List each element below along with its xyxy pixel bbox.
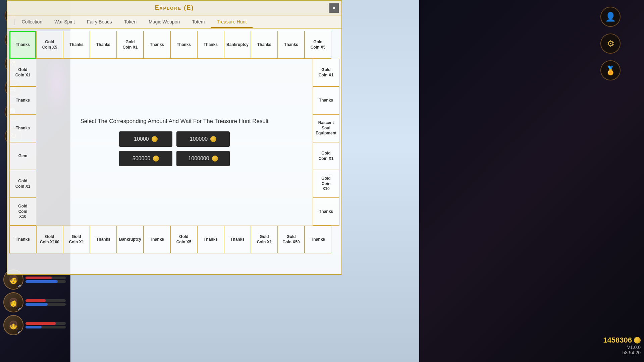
- hp-bar-1: [25, 277, 66, 279]
- tab-token[interactable]: Token: [118, 16, 143, 28]
- amount-btn-10000[interactable]: 10000: [119, 131, 172, 147]
- grid-cell-bot-11[interactable]: Thanks: [305, 226, 331, 253]
- hp-bar-3: [25, 322, 66, 325]
- grid-cell-top-6[interactable]: Thanks: [170, 31, 197, 59]
- grid-cell-bot-2[interactable]: GoldCoin X1: [63, 226, 90, 253]
- char-avatar-2: 👩 43: [3, 292, 23, 312]
- character-2[interactable]: 👩 43: [3, 292, 66, 312]
- grid-cell-top-10[interactable]: Thanks: [278, 31, 305, 59]
- grid-cell-bot-8[interactable]: Thanks: [224, 226, 251, 253]
- hp-fill-2: [25, 299, 46, 302]
- amount-label-10000: 10000: [134, 136, 149, 142]
- grid-cell-left-2[interactable]: Thanks: [9, 114, 36, 142]
- center-message: Select The Corresponding Amount And Wait…: [80, 118, 269, 125]
- char-level-1: 42: [17, 285, 23, 289]
- coin-icon-3: [153, 156, 159, 162]
- right-sidebar: 👤 ⚙ 🏅: [577, 0, 644, 362]
- amount-btn-1000000[interactable]: 1000000: [176, 151, 230, 166]
- modal-title: Explore (E): [155, 4, 194, 11]
- achievement-icon[interactable]: 🏅: [600, 60, 621, 80]
- grid-cell-left-0[interactable]: GoldCoin X1: [9, 59, 36, 86]
- center-area: Select The Corresponding Amount And Wait…: [36, 59, 313, 226]
- tab-magic-weapon[interactable]: Magic Weapon: [143, 16, 186, 28]
- gold-display: 1458306: [603, 336, 641, 345]
- hp-fill-3: [25, 322, 56, 325]
- version-text: V1.0.0: [603, 345, 641, 350]
- amount-btn-500000[interactable]: 500000: [119, 151, 172, 166]
- gear-icon[interactable]: ⚙: [600, 34, 621, 54]
- char-bars-1: [25, 277, 66, 283]
- grid-cell-left-5[interactable]: GoldCoinX10: [9, 198, 36, 226]
- grid-cell-bot-5[interactable]: Thanks: [144, 226, 170, 253]
- grid-cell-bot-10[interactable]: GoldCoin X50: [278, 226, 305, 253]
- char-bars-2: [25, 299, 66, 306]
- mp-fill-3: [25, 326, 42, 328]
- time-text: 58:54:20: [603, 350, 641, 355]
- hp-bar-2: [25, 299, 66, 302]
- amount-label-1000000: 1000000: [188, 156, 209, 162]
- grid-cell-right-2[interactable]: NascentSoulEquipment: [313, 114, 339, 142]
- grid-cell-bot-3[interactable]: Thanks: [90, 226, 117, 253]
- grid-cell-left-1[interactable]: Thanks: [9, 86, 36, 114]
- gold-coin-icon: [634, 337, 641, 344]
- grid-cell-bot-6[interactable]: GoldCoin X5: [170, 226, 197, 253]
- grid-cell-top-3[interactable]: Thanks: [90, 31, 117, 59]
- grid-cell-top-2[interactable]: Thanks: [63, 31, 90, 59]
- char-level-2: 43: [17, 307, 23, 312]
- grid-cell-top-7[interactable]: Thanks: [197, 31, 224, 59]
- mp-fill-1: [25, 280, 58, 283]
- char-avatar-3: 👧 42: [3, 315, 23, 335]
- mp-bar-3: [25, 326, 66, 328]
- hp-fill-1: [25, 277, 52, 279]
- mp-bar-1: [25, 280, 66, 283]
- gold-value: 1458306: [603, 336, 632, 345]
- close-button[interactable]: ✕: [329, 3, 339, 13]
- grid-cell-left-3[interactable]: Gem: [9, 142, 36, 170]
- tab-fairy-beads[interactable]: Fairy Beads: [81, 16, 118, 28]
- mp-fill-2: [25, 303, 48, 306]
- tab-totem[interactable]: Totem: [186, 16, 211, 28]
- grid-cell-left-4[interactable]: GoldCoin X1: [9, 170, 36, 198]
- amount-buttons-grid: 10000 100000 500000 1000000: [119, 131, 230, 166]
- character-list: 🧑 42 👩 43 👧 42: [3, 269, 66, 335]
- modal-tabs: | Collection War Spirit Fairy Beads Toke…: [7, 15, 341, 29]
- grid-cell-top-0[interactable]: Thanks: [9, 31, 36, 59]
- middle-section: GoldCoin X1 Thanks Thanks Gem GoldCoin X…: [9, 59, 339, 226]
- grid-cell-right-0[interactable]: GoldCoin X1: [313, 59, 339, 86]
- grid-cell-bot-0[interactable]: Thanks: [9, 226, 36, 253]
- profile-icon[interactable]: 👤: [600, 7, 621, 27]
- right-column: GoldCoin X1 Thanks NascentSoulEquipment …: [313, 59, 339, 226]
- modal-body: Thanks GoldCoin X5 Thanks Thanks GoldCoi…: [7, 29, 341, 253]
- grid-cell-top-4[interactable]: GoldCoin X1: [117, 31, 144, 59]
- grid-cell-right-5[interactable]: Thanks: [313, 198, 339, 226]
- grid-cell-right-4[interactable]: GoldCoinX10: [313, 170, 339, 198]
- grid-cell-top-11[interactable]: GoldCoin X5: [305, 31, 331, 59]
- amount-btn-100000[interactable]: 100000: [176, 131, 230, 147]
- grid-cell-right-3[interactable]: GoldCoin X1: [313, 142, 339, 170]
- coin-icon-1: [152, 136, 158, 142]
- grid-cell-top-1[interactable]: GoldCoin X5: [36, 31, 63, 59]
- tab-treasure-hunt[interactable]: Treasure Hunt: [211, 16, 253, 28]
- coin-icon-4: [212, 156, 218, 162]
- grid-cell-top-9[interactable]: Thanks: [251, 31, 278, 59]
- amount-label-100000: 100000: [190, 136, 208, 142]
- grid-cell-top-8[interactable]: Bankruptcy: [224, 31, 251, 59]
- amount-label-500000: 500000: [132, 156, 150, 162]
- bottom-grid-row: Thanks GoldCoin X100 GoldCoin X1 Thanks …: [9, 226, 339, 253]
- grid-cell-bot-9[interactable]: GoldCoin X1: [251, 226, 278, 253]
- char-level-3: 42: [17, 330, 23, 335]
- grid-cell-bot-7[interactable]: Thanks: [197, 226, 224, 253]
- grid-cell-bot-4[interactable]: Bankruptcy: [117, 226, 144, 253]
- char-bars-3: [25, 322, 66, 328]
- character-3[interactable]: 👧 42: [3, 315, 66, 335]
- tab-collection[interactable]: Collection: [16, 16, 48, 28]
- explore-modal: Explore (E) ✕ | Collection War Spirit Fa…: [7, 0, 342, 275]
- mp-bar-2: [25, 303, 66, 306]
- top-grid-row: Thanks GoldCoin X5 Thanks Thanks GoldCoi…: [9, 31, 339, 59]
- modal-titlebar: Explore (E) ✕: [7, 1, 341, 15]
- grid-cell-right-1[interactable]: Thanks: [313, 86, 339, 114]
- version-info: 1458306 V1.0.0 58:54:20: [603, 336, 641, 355]
- tab-war-spirit[interactable]: War Spirit: [48, 16, 81, 28]
- grid-cell-top-5[interactable]: Thanks: [144, 31, 170, 59]
- grid-cell-bot-1[interactable]: GoldCoin X100: [36, 226, 63, 253]
